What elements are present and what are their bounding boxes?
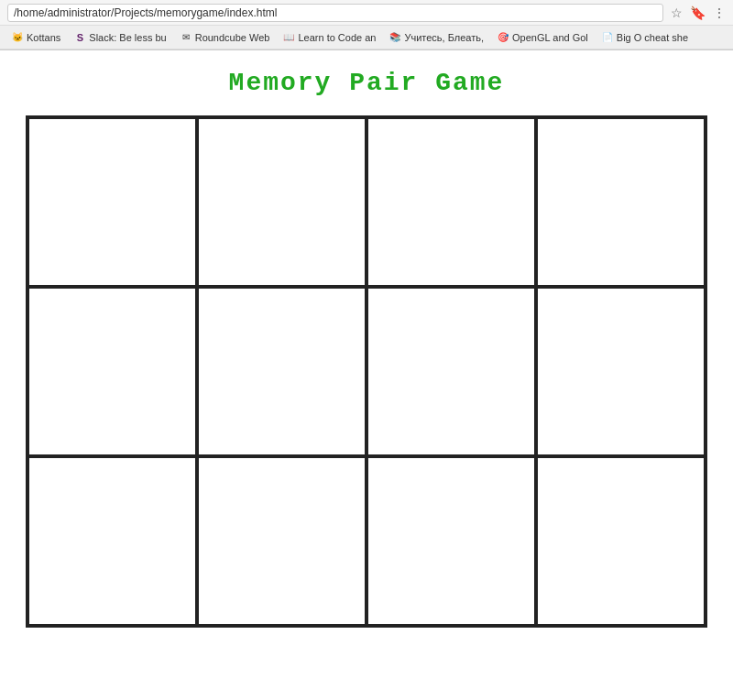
card-5[interactable]	[27, 287, 197, 456]
bookmark-opengl[interactable]: 🎯 OpenGL and Gol	[491, 29, 594, 46]
address-bar[interactable]: /home/administrator/Projects/memorygame/…	[7, 4, 663, 22]
card-7[interactable]	[366, 287, 536, 456]
roundcube-favicon: ✉	[180, 31, 192, 44]
uchites-label: Учитесь, Блеать,	[404, 32, 484, 43]
uchites-favicon: 📚	[388, 31, 401, 44]
browser-chrome: /home/administrator/Projects/memorygame/…	[0, 0, 733, 50]
opengl-label: OpenGL and Gol	[512, 32, 588, 43]
card-12[interactable]	[536, 456, 706, 626]
card-10[interactable]	[197, 456, 366, 626]
slack-favicon: S	[73, 31, 86, 44]
game-grid	[26, 115, 707, 628]
menu-icon[interactable]: ⋮	[713, 5, 726, 20]
card-4[interactable]	[536, 117, 706, 287]
address-text: /home/administrator/Projects/memorygame/…	[14, 6, 277, 19]
bookmark-roundcube[interactable]: ✉ Roundcube Web	[174, 29, 276, 46]
big-o-label: Big O cheat she	[617, 32, 688, 43]
kottans-favicon: 🐱	[11, 31, 24, 44]
star-icon[interactable]: ☆	[671, 5, 683, 20]
bookmark-slack[interactable]: S Slack: Be less bu	[68, 29, 171, 46]
roundcube-label: Roundcube Web	[195, 32, 270, 43]
learn-label: Learn to Code an	[298, 32, 376, 43]
card-8[interactable]	[536, 287, 706, 456]
card-11[interactable]	[366, 456, 536, 626]
bookmark-icon[interactable]: 🔖	[690, 5, 706, 20]
learn-favicon: 📖	[282, 31, 295, 44]
card-6[interactable]	[197, 287, 366, 456]
bookmark-learn-to-code[interactable]: 📖 Learn to Code an	[277, 29, 381, 46]
card-1[interactable]	[27, 117, 197, 287]
opengl-favicon: 🎯	[497, 31, 509, 44]
bookmark-kottans[interactable]: 🐱 Kottans	[5, 29, 66, 46]
bookmarks-bar: 🐱 Kottans S Slack: Be less bu ✉ Roundcub…	[0, 26, 733, 49]
kottans-label: Kottans	[27, 32, 60, 43]
bookmark-uchites[interactable]: 📚 Учитесь, Блеать,	[383, 29, 489, 46]
card-3[interactable]	[366, 117, 536, 287]
address-bar-icons: ☆ 🔖 ⋮	[671, 5, 726, 20]
big-o-favicon: 📄	[601, 31, 614, 44]
page-content: Memory Pair Game	[0, 50, 733, 700]
card-9[interactable]	[27, 456, 197, 626]
bookmark-big-o[interactable]: 📄 Big O cheat she	[596, 29, 694, 46]
page-title: Memory Pair Game	[229, 69, 505, 97]
address-bar-row: /home/administrator/Projects/memorygame/…	[0, 0, 733, 26]
slack-label: Slack: Be less bu	[89, 32, 166, 43]
card-2[interactable]	[197, 117, 366, 287]
